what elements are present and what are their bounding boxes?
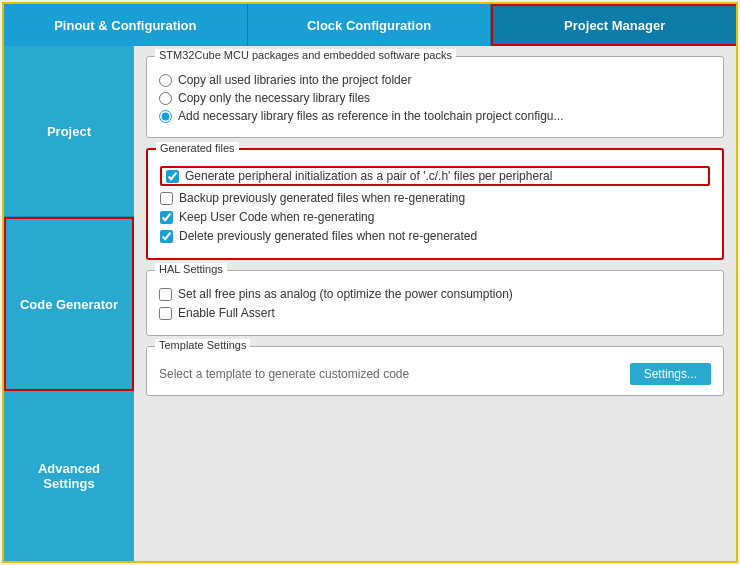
checkbox-enable-assert-label: Enable Full Assert (178, 306, 275, 320)
template-section-title: Template Settings (155, 339, 250, 351)
radio-add-reference-label: Add necessary library files as reference… (178, 109, 564, 123)
checkbox-keep-user-code-input[interactable] (160, 211, 173, 224)
tab-clock[interactable]: Clock Configuration (248, 4, 492, 46)
stm32-options: Copy all used libraries into the project… (159, 73, 711, 123)
generated-section-title: Generated files (156, 142, 239, 154)
sidebar-item-code-generator[interactable]: Code Generator (4, 217, 134, 391)
radio-copy-all-label: Copy all used libraries into the project… (178, 73, 411, 87)
checkbox-gen-peripheral-input[interactable] (166, 170, 179, 183)
sidebar-item-advanced-settings[interactable]: Advanced Settings (4, 391, 134, 561)
checkbox-set-free-pins[interactable]: Set all free pins as analog (to optimize… (159, 287, 711, 301)
radio-copy-necessary-input[interactable] (159, 92, 172, 105)
generated-options: Generate peripheral initialization as a … (160, 166, 710, 243)
hal-section: HAL Settings Set all free pins as analog… (146, 270, 724, 336)
sidebar-item-project[interactable]: Project (4, 46, 134, 217)
template-section: Template Settings Select a template to g… (146, 346, 724, 396)
radio-add-reference-input[interactable] (159, 110, 172, 123)
checkbox-set-free-pins-input[interactable] (159, 288, 172, 301)
sidebar: Project Code Generator Advanced Settings (4, 46, 134, 561)
checkbox-keep-user-code[interactable]: Keep User Code when re-generating (160, 210, 710, 224)
radio-copy-all[interactable]: Copy all used libraries into the project… (159, 73, 711, 87)
checkbox-gen-peripheral-label: Generate peripheral initialization as a … (185, 169, 552, 183)
tab-project-manager[interactable]: Project Manager (491, 4, 736, 46)
radio-copy-necessary-label: Copy only the necessary library files (178, 91, 370, 105)
template-content: Select a template to generate customized… (159, 363, 711, 385)
checkbox-backup-files-label: Backup previously generated files when r… (179, 191, 465, 205)
radio-copy-necessary[interactable]: Copy only the necessary library files (159, 91, 711, 105)
settings-button[interactable]: Settings... (630, 363, 711, 385)
main-area: Project Code Generator Advanced Settings… (4, 46, 736, 561)
template-placeholder-text: Select a template to generate customized… (159, 367, 409, 381)
checkbox-delete-previously[interactable]: Delete previously generated files when n… (160, 229, 710, 243)
hal-section-title: HAL Settings (155, 263, 227, 275)
content-panel: STM32Cube MCU packages and embedded soft… (134, 46, 736, 561)
generated-section: Generated files Generate peripheral init… (146, 148, 724, 260)
checkbox-keep-user-code-label: Keep User Code when re-generating (179, 210, 374, 224)
radio-copy-all-input[interactable] (159, 74, 172, 87)
app-window: Pinout & Configuration Clock Configurati… (2, 2, 738, 563)
tab-pinout[interactable]: Pinout & Configuration (4, 4, 248, 46)
checkbox-backup-files[interactable]: Backup previously generated files when r… (160, 191, 710, 205)
checkbox-delete-previously-input[interactable] (160, 230, 173, 243)
stm32-section-title: STM32Cube MCU packages and embedded soft… (155, 49, 456, 61)
checkbox-backup-files-input[interactable] (160, 192, 173, 205)
stm32-section: STM32Cube MCU packages and embedded soft… (146, 56, 724, 138)
checkbox-enable-assert-input[interactable] (159, 307, 172, 320)
nav-bar: Pinout & Configuration Clock Configurati… (4, 4, 736, 46)
checkbox-delete-previously-label: Delete previously generated files when n… (179, 229, 477, 243)
radio-add-reference[interactable]: Add necessary library files as reference… (159, 109, 711, 123)
checkbox-gen-peripheral[interactable]: Generate peripheral initialization as a … (160, 166, 710, 186)
hal-options: Set all free pins as analog (to optimize… (159, 287, 711, 320)
checkbox-enable-assert[interactable]: Enable Full Assert (159, 306, 711, 320)
checkbox-set-free-pins-label: Set all free pins as analog (to optimize… (178, 287, 513, 301)
